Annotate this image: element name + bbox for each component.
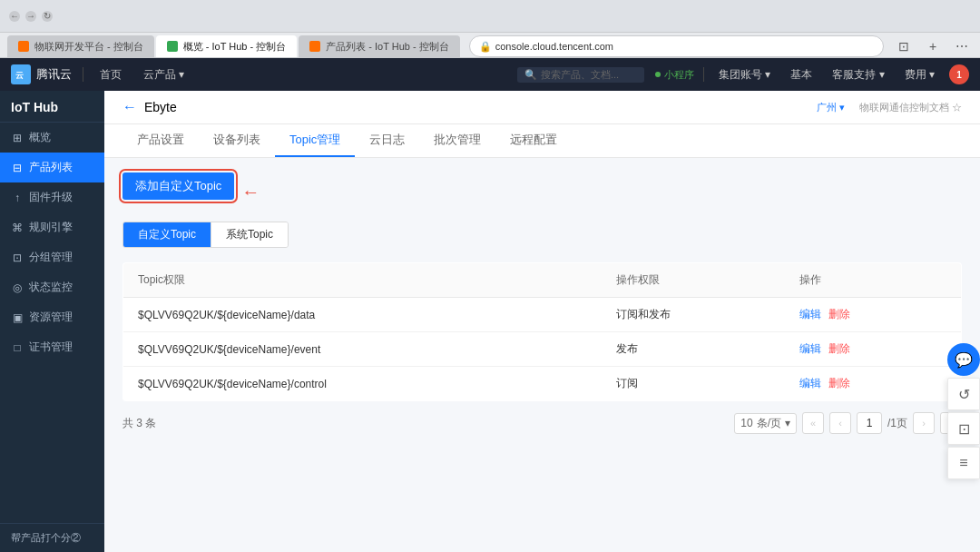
nav-right: 小程序 集团账号 ▾ 基本 客服支持 ▾ 费用 ▾ 1 [655,64,969,86]
nav-tools[interactable]: 基本 [785,64,818,86]
address-text: console.cloud.tencent.com [495,41,613,52]
page-first-btn[interactable]: « [802,412,824,434]
edit-link-0[interactable]: 编辑 [799,307,821,322]
content-area: 添加自定义Topic ← 自定义Topic 系统Topic Topic权限 操作… [104,158,980,552]
distribution-icon: ⊡ [11,251,24,264]
main-back-btn[interactable]: ← [122,100,137,114]
table-row: $QLVV69Q2UK/${deviceName}/event 发布 编辑 删除 [123,332,962,367]
sub-tabs: 自定义Topic 系统Topic [122,222,289,248]
col-permission: 操作权限 [602,263,785,298]
cell-permission-0: 订阅和发布 [602,298,785,332]
browser-tab-1[interactable]: 物联网开发平台 - 控制台 [7,35,154,57]
browser-chrome: ← → ↻ [0,0,980,33]
sidebar-item-overview-label: 概览 [29,130,51,145]
tab-label-1: 物联网开发平台 - 控制台 [34,40,143,54]
browser-back-btn[interactable]: ← [9,11,20,22]
tab-product-settings[interactable]: 产品设置 [122,124,199,157]
cell-permission-1: 发布 [602,332,785,367]
edit-link-1[interactable]: 编辑 [799,341,821,357]
float-refresh-btn[interactable]: ↺ [947,378,980,410]
cell-topic-1: $QLVV69Q2UK/${deviceName}/event [123,332,603,367]
cell-topic-2: $QLVV69Q2UK/${deviceName}/control [123,367,603,401]
status-icon: ◎ [11,281,24,294]
page-input[interactable] [857,412,882,434]
tab-label-2: 概览 - IoT Hub - 控制台 [183,40,286,54]
sidebar-item-resources[interactable]: ▣ 资源管理 [0,302,104,332]
add-topic-row: 添加自定义Topic ← [122,172,962,211]
page-size-suffix: 条/页 [757,416,781,431]
float-chat-icon: 💬 [955,351,973,369]
sidebar-item-status[interactable]: ◎ 状态监控 [0,272,104,302]
tab-cloud-log[interactable]: 云日志 [355,124,419,157]
page-size-select[interactable]: 10 条/页 ▾ [734,413,797,434]
tab-batch-mgmt[interactable]: 批次管理 [419,124,495,157]
region-selector[interactable]: 广州 ▾ [817,101,845,114]
nav-cloud[interactable]: 云产品 ▾ [138,64,190,86]
logo-text: 腾讯云 [36,66,72,83]
sidebar-item-certs-label: 证书管理 [29,340,73,355]
sidebar-item-product-list[interactable]: ⊟ 产品列表 [0,153,104,182]
col-topic: Topic权限 [123,263,603,298]
nav-billing[interactable]: 费用 ▾ [899,64,940,86]
add-topic-button[interactable]: 添加自定义Topic [122,172,234,200]
table-row: $QLVV69Q2UK/${deviceName}/data 订阅和发布 编辑 … [123,298,962,332]
nav-divider-1 [83,67,83,82]
logo-image: 云 [11,64,31,84]
sidebar-item-overview[interactable]: ⊞ 概览 [0,123,104,153]
sub-tab-system[interactable]: 系统Topic [211,222,288,247]
col-action: 操作 [785,263,961,298]
tab-device-list[interactable]: 设备列表 [199,124,275,157]
browser-actions: ⊡ + ⋯ [893,35,973,57]
float-more-icon: ≡ [959,455,967,471]
tab-remote-config[interactable]: 远程配置 [495,124,572,157]
nav-service[interactable]: 客服支持 ▾ [827,64,889,86]
sidebar-item-firmware[interactable]: ↑ 固件升级 [0,182,104,212]
browser-tab-2[interactable]: 概览 - IoT Hub - 控制台 [156,35,297,57]
sidebar-item-rules-label: 规则引擎 [29,220,73,235]
status-label: 小程序 [664,68,694,82]
tab-topic-mgmt[interactable]: Topic管理 [275,124,355,157]
main-tabs: 产品设置 设备列表 Topic管理 云日志 批次管理 远程配置 [104,124,980,158]
sidebar-item-certs[interactable]: □ 证书管理 [0,332,104,362]
sidebar-item-distribution[interactable]: ⊡ 分组管理 [0,242,104,272]
page-prev-btn[interactable]: ‹ [829,412,851,434]
browser-reload-btn[interactable]: ↻ [42,11,53,22]
user-avatar[interactable]: 1 [949,64,969,84]
float-chat-btn[interactable]: 💬 [947,343,980,376]
sidebar-item-rules[interactable]: ⌘ 规则引擎 [0,212,104,242]
cell-actions-1: 编辑 删除 [785,332,961,367]
resources-icon: ▣ [11,311,24,324]
sidebar-bottom-label: 帮产品打个分② [11,531,81,545]
nav-group[interactable]: 集团账号 ▾ [713,64,776,86]
cell-actions-0: 编辑 删除 [785,298,961,332]
edit-link-2[interactable]: 编辑 [799,376,821,391]
topic-table-body: $QLVV69Q2UK/${deviceName}/data 订阅和发布 编辑 … [123,298,962,401]
delete-link-2[interactable]: 删除 [828,376,850,391]
new-tab-btn[interactable]: + [922,35,944,57]
delete-link-1[interactable]: 删除 [828,341,850,357]
status-dot [655,72,661,77]
nav-search-input[interactable] [541,69,632,80]
float-more-btn[interactable]: ≡ [947,447,980,479]
topic-table: Topic权限 操作权限 操作 $QLVV69Q2UK/${deviceName… [122,262,962,401]
table-row: $QLVV69Q2UK/${deviceName}/control 订阅 编辑 … [123,367,962,401]
delete-link-0[interactable]: 删除 [828,307,850,322]
browser-forward-btn[interactable]: → [25,11,36,22]
product-name: Ebyte [144,100,177,114]
nav-home[interactable]: 首页 [94,64,127,86]
rules-icon: ⌘ [11,222,24,234]
page-size-chevron: ▾ [785,417,790,429]
browser-controls: ← → ↻ [9,11,53,22]
share-btn[interactable]: ⊡ [893,35,915,57]
browser-tab-3[interactable]: 产品列表 - IoT Hub - 控制台 [299,35,459,57]
page-next-btn[interactable]: › [913,412,935,434]
float-docs-btn[interactable]: ⊡ [947,412,980,445]
tab-label-3: 产品列表 - IoT Hub - 控制台 [326,40,448,54]
address-bar[interactable]: 🔒 console.cloud.tencent.com [469,35,884,57]
sidebar-bottom-help[interactable]: 帮产品打个分② [0,523,104,552]
tab-icon-1 [18,41,29,52]
menu-btn[interactable]: ⋯ [951,35,973,57]
sidebar-item-firmware-label: 固件升级 [29,190,73,205]
total-label: 共 3 条 [122,416,156,431]
sub-tab-custom[interactable]: 自定义Topic [123,222,211,247]
